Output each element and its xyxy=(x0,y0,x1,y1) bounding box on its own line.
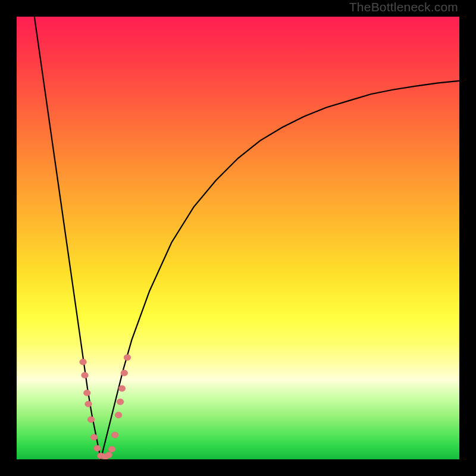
data-dot xyxy=(87,416,95,422)
data-dot xyxy=(111,432,118,438)
chart-frame: TheBottleneck.com xyxy=(0,0,476,476)
watermark-text: TheBottleneck.com xyxy=(349,0,458,14)
data-dot xyxy=(94,445,101,451)
data-dot xyxy=(108,446,115,452)
data-dot xyxy=(121,370,128,376)
data-dot xyxy=(90,434,98,440)
curve-left-branch xyxy=(35,17,101,459)
plot-area xyxy=(17,17,459,459)
data-dot xyxy=(117,399,124,405)
data-dot xyxy=(85,401,92,407)
data-dot xyxy=(83,390,90,396)
curve-right-branch xyxy=(101,81,459,459)
data-dot xyxy=(115,412,122,418)
curve-layer xyxy=(17,17,459,459)
data-dot xyxy=(105,452,112,458)
data-dot xyxy=(124,355,131,361)
data-dot xyxy=(118,386,126,392)
data-dot xyxy=(80,359,87,365)
data-dot xyxy=(82,372,89,378)
